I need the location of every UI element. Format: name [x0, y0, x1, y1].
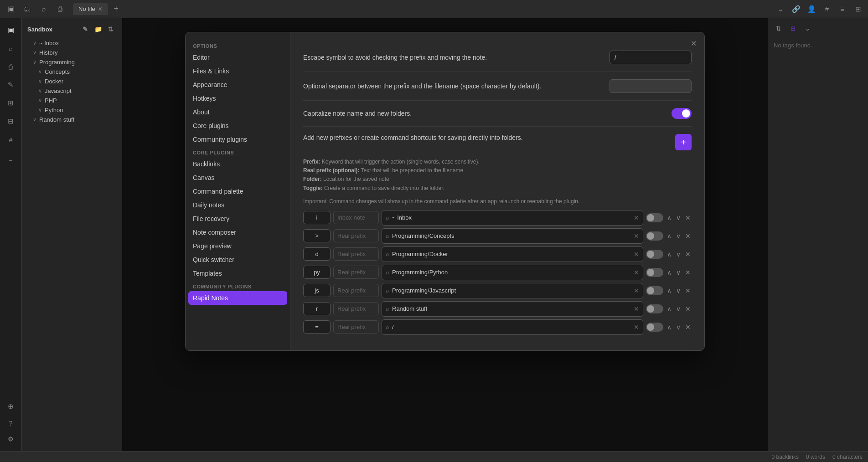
help-strip-icon[interactable]: ?: [3, 415, 19, 431]
prefix-down-r[interactable]: ∨: [675, 304, 682, 313]
prefix-del-js[interactable]: ✕: [684, 286, 692, 295]
prefix-down-eq[interactable]: ∨: [675, 323, 682, 332]
sidebar-toggle-icon[interactable]: ▣: [4, 2, 18, 16]
prefix-clear-r[interactable]: ✕: [634, 305, 639, 313]
bookmark-icon[interactable]: ⎙: [53, 2, 67, 16]
prefix-folder-input-py[interactable]: [392, 269, 631, 276]
settings-strip-icon[interactable]: ⚙: [3, 431, 19, 447]
prefix-up-d[interactable]: ∧: [666, 250, 672, 259]
nav-page-preview[interactable]: Page preview: [186, 239, 290, 253]
folder-icon[interactable]: 🗂: [20, 2, 35, 16]
current-tab[interactable]: No file ✕: [73, 3, 108, 15]
prefix-up-r[interactable]: ∧: [666, 304, 672, 313]
modal-close-button[interactable]: ✕: [688, 38, 699, 49]
nav-note-composer[interactable]: Note composer: [186, 226, 290, 239]
escape-symbol-input[interactable]: [610, 51, 692, 64]
prefix-clear-js[interactable]: ✕: [634, 287, 639, 294]
hash-icon[interactable]: #: [821, 3, 833, 15]
nav-appearance[interactable]: Appearance: [186, 78, 290, 92]
prefix-clear-eq[interactable]: ✕: [634, 323, 639, 331]
tree-item-docker[interactable]: ∨ Docker: [22, 77, 122, 86]
add-prefix-button[interactable]: +: [675, 134, 692, 150]
prefix-del-gt[interactable]: ✕: [684, 231, 692, 241]
tree-item-inbox[interactable]: ∨ ~ Inbox: [22, 38, 122, 48]
prefix-key-eq[interactable]: [303, 320, 331, 334]
nav-daily-notes[interactable]: Daily notes: [186, 198, 290, 212]
nav-file-recovery[interactable]: File recovery: [186, 212, 290, 226]
prefix-key-gt[interactable]: [303, 229, 331, 242]
nav-hotkeys[interactable]: Hotkeys: [186, 92, 290, 105]
nav-rapid-notes[interactable]: Rapid Notes: [188, 291, 287, 305]
chevron-right-icon[interactable]: ⌄: [801, 22, 814, 35]
sort-icon[interactable]: ⇅: [105, 24, 116, 35]
files-strip-icon[interactable]: ▣: [3, 22, 19, 38]
tab-close-icon[interactable]: ✕: [98, 6, 103, 12]
prefix-toggle-d[interactable]: [646, 250, 663, 259]
prefix-real-gt[interactable]: [333, 229, 379, 242]
terminal-strip-icon[interactable]: _: [3, 149, 19, 166]
prefix-toggle-js[interactable]: [646, 286, 663, 295]
grid-strip-icon[interactable]: ⊟: [3, 113, 19, 129]
nav-canvas[interactable]: Canvas: [186, 171, 290, 185]
prefix-toggle-py[interactable]: [646, 268, 663, 277]
bookmark-strip-icon[interactable]: ⎙: [3, 58, 19, 75]
prefix-real-i[interactable]: [333, 211, 379, 224]
prefix-down-i[interactable]: ∨: [675, 213, 682, 222]
prefix-real-py[interactable]: [333, 266, 379, 279]
nav-community-plugins[interactable]: Community plugins: [186, 133, 290, 146]
prefix-toggle-r[interactable]: [646, 304, 663, 313]
prefix-down-py[interactable]: ∨: [675, 268, 682, 277]
nav-quick-switcher[interactable]: Quick switcher: [186, 253, 290, 267]
prefix-clear-d[interactable]: ✕: [634, 251, 639, 258]
layout-right-icon[interactable]: ⊞: [786, 22, 799, 35]
tree-item-programming[interactable]: ∨ Programming: [22, 57, 122, 67]
plugin-strip-icon[interactable]: ⊕: [3, 398, 19, 415]
new-tab-button[interactable]: +: [110, 3, 123, 15]
new-note-icon[interactable]: ✎: [80, 24, 91, 35]
edit-strip-icon[interactable]: ✎: [3, 77, 19, 93]
nav-command-palette[interactable]: Command palette: [186, 185, 290, 198]
prefix-del-i[interactable]: ✕: [684, 213, 692, 222]
prefix-up-i[interactable]: ∧: [666, 213, 672, 222]
tree-item-javascript[interactable]: ∨ Javascript: [22, 86, 122, 96]
tag-strip-icon[interactable]: #: [3, 131, 19, 148]
search-icon[interactable]: ⌕: [36, 2, 51, 16]
prefix-folder-input-js[interactable]: [392, 287, 631, 294]
hamburger-icon[interactable]: ≡: [836, 3, 849, 15]
nav-editor[interactable]: Editor: [186, 51, 290, 64]
tree-item-random[interactable]: ∨ Random stuff: [22, 115, 122, 124]
prefix-key-r[interactable]: [303, 302, 331, 315]
prefix-key-py[interactable]: [303, 266, 331, 279]
prefix-folder-input-eq[interactable]: [392, 323, 631, 330]
prefix-key-i[interactable]: [303, 211, 331, 224]
prefix-key-d[interactable]: [303, 247, 331, 261]
nav-templates[interactable]: Templates: [186, 267, 290, 280]
prefix-clear-i[interactable]: ✕: [634, 214, 639, 221]
layout-icon[interactable]: ⊞: [852, 3, 864, 15]
nav-about[interactable]: About: [186, 105, 290, 119]
search-strip-icon[interactable]: ⌕: [3, 40, 19, 56]
prefix-clear-gt[interactable]: ✕: [634, 232, 639, 240]
prefix-folder-input-r[interactable]: [392, 305, 631, 312]
prefix-up-py[interactable]: ∧: [666, 268, 672, 277]
prefix-del-eq[interactable]: ✕: [684, 323, 692, 332]
prefix-toggle-eq[interactable]: [646, 323, 663, 332]
tree-item-python[interactable]: ∨ Python: [22, 105, 122, 115]
prefix-toggle-i[interactable]: [646, 213, 663, 222]
prefix-del-d[interactable]: ✕: [684, 250, 692, 259]
prefix-clear-py[interactable]: ✕: [634, 269, 639, 276]
tree-item-concepts[interactable]: ∨ Concepts: [22, 67, 122, 77]
nav-files-links[interactable]: Files & Links: [186, 64, 290, 78]
prefix-folder-input-gt[interactable]: [392, 232, 631, 239]
prefix-real-eq[interactable]: [333, 320, 379, 334]
prefix-real-js[interactable]: [333, 284, 379, 297]
prefix-folder-input-d[interactable]: [392, 251, 631, 257]
prefix-down-gt[interactable]: ∨: [675, 231, 682, 241]
prefix-real-d[interactable]: [333, 247, 379, 261]
prefix-toggle-gt[interactable]: [646, 231, 663, 241]
prefix-folder-input-i[interactable]: [392, 214, 631, 221]
separator-input[interactable]: [610, 79, 692, 93]
tree-item-history[interactable]: ∨ History: [22, 48, 122, 57]
prefix-del-r[interactable]: ✕: [684, 304, 692, 313]
sort-right-icon[interactable]: ⇅: [772, 22, 785, 35]
